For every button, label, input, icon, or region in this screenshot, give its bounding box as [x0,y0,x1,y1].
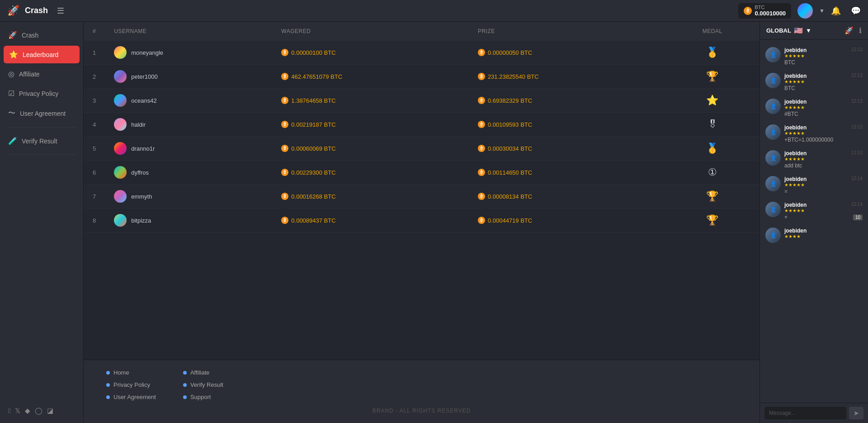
avatar-7 [114,190,127,203]
sidebar-label-agreement: User Agreement [20,110,66,117]
chat-stars: ★★★★★ [784,79,807,84]
table-row: 2 peter1000 ₿ 462.47651079 BTC [84,65,760,89]
top-nav: 🚀 Crash ☰ ₿ BTC 0.00010000 ▼ 🔔 💬 [0,0,868,22]
sidebar-item-verify[interactable]: 🧪 Verify Result [0,131,83,151]
crash-icon: 🚀 [8,31,17,39]
chat-text: add btc [784,162,863,169]
coin-icon: ₿ [478,193,485,200]
sidebar-label-leaderboard: Leaderboard [23,51,58,58]
username-7: emmyth [131,193,152,200]
sidebar-divider-2 [7,154,76,155]
chat-avatar: 👤 [765,176,781,191]
footer-verify-label: Verify Result [190,381,223,388]
footer-link-verify[interactable]: Verify Result [183,381,223,388]
content-area: # Username Wagered Prize Medal 1 moneya [84,22,760,423]
table-header: # Username Wagered Prize Medal [84,22,760,41]
chat-avatar: 👤 [765,150,781,166]
footer-link-agreement[interactable]: User Agreement [106,394,156,400]
nav-right: ₿ BTC 0.00010000 ▼ 🔔 💬 [738,3,861,19]
chat-toggle-button[interactable]: 💬 [851,6,861,16]
chat-stars: ★★★★★ [784,208,807,213]
chat-stars: ★★★★★ [784,131,807,136]
avatar-dropdown-chevron[interactable]: ▼ [819,8,825,14]
footer-home-label: Home [113,369,129,376]
sidebar-item-privacy[interactable]: ☑ Privacy Policy [0,84,83,103]
prize-4: ₿ 0.00109593 BTC [469,113,665,137]
chat-global-label[interactable]: GLOBAL 🇺🇸 ▼ [766,26,811,35]
avatar-6 [114,166,127,179]
username-5: dranno1r [131,145,155,152]
chat-message: 👤 joebiden ★★★★ [760,224,868,247]
footer-link-home[interactable]: Home [106,369,156,376]
notifications-bell-icon[interactable]: 🔔 [831,6,841,16]
username-3: oceans42 [131,97,156,104]
twitter-icon[interactable]: 𝕏 [15,407,20,415]
facebook-icon[interactable]:  [8,407,10,415]
medal-8: 🏆 [665,209,760,233]
footer: Home Privacy Policy User Agreement Affil… [84,360,760,423]
chat-time: 12:14 [851,202,863,207]
discord-icon[interactable]: ◆ [25,407,30,415]
username-8: bitpizza [131,217,151,224]
rocket-icon[interactable]: 🚀 [844,26,854,35]
chat-message: 👤 joebiden ★★★★★ 12:13 +BTC=1.000000000 [760,121,868,147]
chat-input-area: ➤ [760,403,868,423]
info-icon[interactable]: ℹ [859,26,862,35]
coin-icon: ₿ [478,121,485,128]
link-dot [106,383,110,387]
main-layout: 🚀 Crash ⭐ Leaderboard ◎ Affiliate ☑ Priv… [0,22,868,423]
sidebar-item-crash[interactable]: 🚀 Crash [0,25,83,45]
instagram-icon[interactable]: ◯ [35,407,42,415]
col-wagered: Wagered [272,22,469,41]
sidebar-item-affiliate[interactable]: ◎ Affiliate [0,64,83,84]
sidebar-item-leaderboard[interactable]: ⭐ Leaderboard [4,46,80,63]
coin-icon: ₿ [478,73,485,80]
other-icon[interactable]: ◪ [47,407,53,415]
btc-balance: ₿ BTC 0.00010000 [738,3,791,19]
table-row: 5 dranno1r ₿ 0.00060069 BTC [84,137,760,161]
medal-2: 🏆 [665,65,760,89]
username-6: dyffros [131,169,149,176]
chat-text: BTC [784,59,863,66]
prize-6: ₿ 0.00114650 BTC [469,161,665,185]
affiliate-icon: ◎ [8,70,14,78]
leaderboard-icon: ⭐ [9,50,18,59]
leaderboard-table: # Username Wagered Prize Medal 1 moneya [84,22,760,233]
footer-col-2: Affiliate Verify Result Support [183,369,223,400]
wagered-4: ₿ 0.00219187 BTC [272,113,469,137]
avatar-8 [114,214,127,227]
footer-link-privacy[interactable]: Privacy Policy [106,381,156,388]
footer-link-affiliate[interactable]: Affiliate [183,369,223,376]
user-cell-1: moneyangle [105,41,272,65]
user-avatar[interactable] [797,3,813,19]
chat-stars: ★★★★ [784,234,807,239]
chat-messages: 👤 joebiden ★★★★★ 12:13 BTC 👤 [760,40,868,403]
user-cell-4: haldir [105,113,272,137]
chat-message: 👤 joebiden ★★★★★ 12:14 = [760,172,868,198]
chat-message: 👤 joebiden ★★★★★ 12:13 BTC [760,69,868,95]
rank-5: 5 [84,137,105,161]
link-dot [183,371,187,375]
chat-avatar: 👤 [765,99,781,114]
nav-left: 🚀 Crash ☰ [7,5,64,17]
chat-stars: ★★★★★ [784,157,807,162]
hamburger-button[interactable]: ☰ [57,6,64,16]
chat-dropdown-chevron[interactable]: ▼ [806,27,811,34]
user-cell-6: dyffros [105,161,272,185]
user-cell-5: dranno1r [105,137,272,161]
col-rank: # [84,22,105,41]
chat-message: 👤 joebiden ★★★★★ 12:13 add btc [760,147,868,172]
chat-avatar: 👤 [765,73,781,88]
avatar-4 [114,118,127,131]
chat-message-input[interactable] [764,407,846,419]
chat-text: +BTC=1.000000000 [784,137,863,143]
sidebar-item-agreement[interactable]: 〜 User Agreement [0,103,83,124]
footer-agreement-label: User Agreement [113,394,156,400]
table-row: 7 emmyth ₿ 0.00016268 BTC [84,185,760,209]
prize-5: ₿ 0.00030034 BTC [469,137,665,161]
footer-link-support[interactable]: Support [183,394,223,400]
chat-time: 12:13 [851,47,863,52]
rank-8: 8 [84,209,105,233]
chat-avatar: 👤 [765,202,781,217]
chat-send-button[interactable]: ➤ [849,407,863,419]
